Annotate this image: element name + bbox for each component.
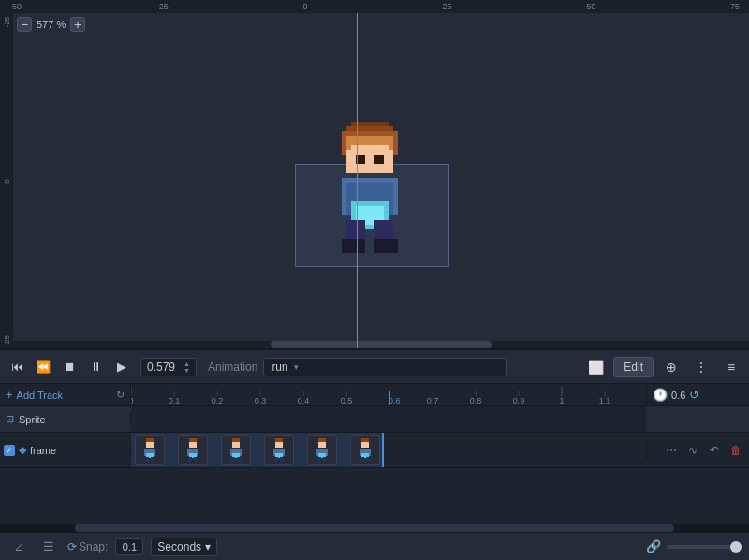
frame-track-checkbox[interactable]: ✓ <box>4 445 15 456</box>
filter-icon[interactable]: ⊿ <box>7 536 30 558</box>
animation-label: Animation <box>208 361 257 374</box>
viewport-scrollbar-h[interactable] <box>13 341 749 348</box>
timeline: ⏮ ⏪ ⏹ ⏸ ▶ 0.579 ▲ ▼ Animation run ▾ ⬜ Ed… <box>0 348 749 560</box>
ruler-left: -25 0 25 <box>0 13 13 348</box>
frame-track: ✓ ◆ frame <box>0 433 749 468</box>
ruler-mark: 1.1 <box>599 391 611 405</box>
svg-rect-41 <box>318 442 326 448</box>
svg-rect-21 <box>151 457 154 462</box>
sprite-track-name: Sprite <box>19 414 46 425</box>
keyframe-thumb-4[interactable] <box>307 435 337 465</box>
sprite-track-content <box>131 406 646 432</box>
snap-value[interactable]: 0.1 <box>115 538 143 555</box>
sprite-svg <box>318 122 421 253</box>
clock-icon: 🕐 <box>653 388 668 402</box>
zoom-out-button[interactable]: − <box>17 17 32 32</box>
list-icon[interactable]: ☰ <box>37 536 60 558</box>
add-track-button[interactable]: + Add Track ↻ <box>0 384 131 405</box>
time-up-button[interactable]: ▲ <box>184 361 190 367</box>
filter-tracks-icon[interactable]: ≡ <box>719 355 743 379</box>
undo-icon[interactable]: ↶ <box>705 441 724 460</box>
zoom-slider[interactable] <box>667 545 742 549</box>
viewport-scrollbar-thumb[interactable] <box>271 341 492 348</box>
keyframe-thumb-1[interactable] <box>178 435 208 465</box>
svg-rect-20 <box>145 457 149 462</box>
svg-rect-15 <box>374 239 398 253</box>
sprite-track: ⊡ Sprite <box>0 406 749 433</box>
svg-rect-23 <box>189 442 197 448</box>
svg-rect-38 <box>274 457 278 462</box>
sprite-canvas <box>318 122 421 253</box>
bottom-bar: ⊿ ☰ ⟳ Snap: 0.1 Seconds ▾ 🔗 <box>0 532 749 560</box>
audio-icon[interactable]: 🔗 <box>646 539 661 553</box>
animation-name: run <box>272 361 287 374</box>
ruler-mark: 0.1 <box>169 391 181 405</box>
frame-diamond-icon: ◆ <box>19 444 26 456</box>
svg-rect-39 <box>280 457 284 462</box>
ruler-mark: 0.3 <box>255 391 267 405</box>
ruler-mark: 0.5 <box>341 391 353 405</box>
time-down-button[interactable]: ▼ <box>184 367 190 374</box>
zoom-in-button[interactable]: + <box>70 17 85 32</box>
pause-button[interactable]: ⏸ <box>84 356 107 378</box>
svg-rect-26 <box>188 457 192 462</box>
keyframe-thumb-2[interactable] <box>221 435 251 465</box>
ruler-top: -50 -25 0 25 50 75 <box>0 0 749 13</box>
track-ruler: + Add Track ↻ 0 0.1 0.2 0.3 <box>0 384 749 406</box>
ruler-mark: 0.2 <box>212 391 224 405</box>
more-options-icon[interactable]: ⋮ <box>689 355 713 379</box>
keyframe-thumb-5[interactable] <box>350 435 380 465</box>
playhead-line <box>357 13 358 348</box>
loop-refresh-icon[interactable]: ↺ <box>689 388 699 402</box>
blend-icon[interactable]: ⊕ <box>659 355 683 379</box>
svg-rect-17 <box>146 442 154 448</box>
prev-frame-button[interactable]: ⏪ <box>32 356 54 378</box>
ruler-right-controls: 🕐 0.6 ↺ <box>646 384 749 405</box>
delete-icon[interactable]: 🗑 <box>727 441 745 460</box>
timeline-scrollbar-thumb[interactable] <box>75 524 674 532</box>
keyframe-thumb-0[interactable] <box>135 435 165 465</box>
zoom-level: 577 % <box>37 19 66 30</box>
seconds-label: Seconds <box>157 540 201 553</box>
timeline-scrollbar[interactable] <box>0 524 749 532</box>
time-value: 0.579 <box>147 361 175 374</box>
playhead-mark: 0.6 <box>389 391 390 405</box>
svg-rect-29 <box>232 442 240 448</box>
svg-rect-27 <box>194 457 198 462</box>
record-button[interactable]: ⬜ <box>583 355 608 379</box>
snap-text: Snap: <box>79 540 108 553</box>
keyframe-thumb-3[interactable] <box>264 435 294 465</box>
curve-icon[interactable]: ∿ <box>683 441 702 460</box>
time-display[interactable]: 0.579 ▲ ▼ <box>140 358 197 376</box>
animation-name-select[interactable]: run ▾ <box>263 358 507 376</box>
viewport: -50 -25 0 25 50 75 -25 0 25 − 577 % + <box>0 0 749 348</box>
svg-rect-51 <box>366 457 370 462</box>
svg-rect-45 <box>323 457 327 462</box>
edit-button[interactable]: Edit <box>613 357 654 377</box>
transport-bar: ⏮ ⏪ ⏹ ⏸ ▶ 0.579 ▲ ▼ Animation run ▾ ⬜ Ed… <box>0 350 749 384</box>
chevron-down-icon: ▾ <box>294 362 299 372</box>
snap-icon: ⟳ <box>67 540 77 553</box>
dots-icon[interactable]: ⋯ <box>662 441 681 460</box>
snap-label: ⟳ Snap: <box>67 540 108 553</box>
ruler-marks: 0 0.1 0.2 0.3 0.4 0.5 <box>131 384 646 405</box>
play-button[interactable]: ▶ <box>110 356 133 378</box>
sprite-track-header[interactable]: ⊡ Sprite <box>0 413 131 425</box>
svg-rect-5 <box>346 150 393 173</box>
svg-rect-14 <box>342 239 365 253</box>
svg-rect-35 <box>275 442 283 448</box>
zoom-slider-thumb[interactable] <box>730 541 742 553</box>
ruler-mark: 0.4 <box>298 391 310 405</box>
loop-icon: ↻ <box>116 389 125 401</box>
frame-track-header: ✓ ◆ frame <box>0 444 131 456</box>
seconds-select[interactable]: Seconds ▾ <box>151 538 217 556</box>
svg-rect-32 <box>231 457 235 462</box>
ruler-mark: 0.7 <box>427 391 439 405</box>
svg-rect-44 <box>317 457 321 462</box>
sprite-track-icon: ⊡ <box>6 413 14 425</box>
bottom-right-controls: 🔗 <box>646 539 742 553</box>
stop-button[interactable]: ⏹ <box>58 356 81 378</box>
empty-tracks <box>0 468 749 524</box>
prev-keyframe-button[interactable]: ⏮ <box>6 356 28 378</box>
frame-track-content <box>131 433 646 467</box>
